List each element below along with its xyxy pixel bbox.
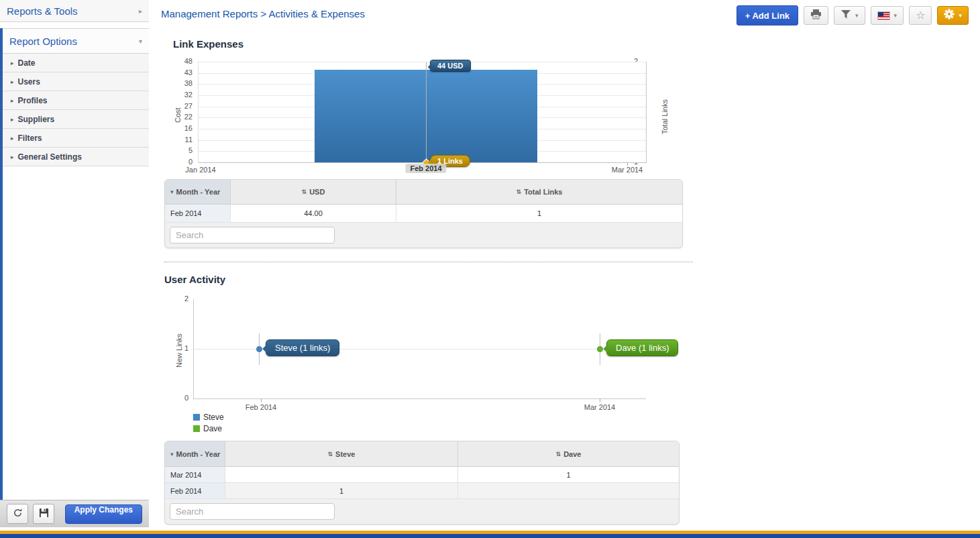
gear-icon [944, 9, 955, 22]
caret-right-icon: ▸ [11, 60, 14, 66]
column-header-month-year[interactable]: ▾ Month - Year [165, 180, 231, 205]
user-activity-title: User Activity [164, 274, 225, 285]
cell-total-links: 1 [396, 205, 682, 223]
column-header-total-links[interactable]: ⇅ Total Links [396, 180, 682, 205]
sidebar-item-label: Suppliers [18, 115, 55, 124]
caret-right-icon: ▸ [11, 154, 14, 160]
table-row: Feb 2014 44.00 1 [165, 205, 682, 223]
column-header-label: USD [309, 188, 325, 196]
sidebar-item-label: General Settings [18, 152, 82, 162]
sidebar-item-label: Filters [18, 133, 42, 143]
chart-legend: Steve Dave [193, 413, 224, 433]
column-header-month-year[interactable]: ▾ Month - Year [165, 441, 225, 467]
sidebar-item-filters[interactable]: ▸ Filters [3, 129, 149, 148]
y-tick: 16 [164, 124, 193, 132]
breadcrumb-separator: > [260, 8, 266, 19]
sidebar-item-general-settings[interactable]: ▸ General Settings [3, 148, 149, 166]
dave-data-point[interactable] [597, 346, 603, 352]
column-header-steve[interactable]: ⇅ Steve [225, 441, 458, 467]
y-tick: 22 [164, 113, 193, 121]
caret-right-icon: ▸ [139, 7, 142, 15]
caret-right-icon: ▸ [11, 135, 14, 142]
cell-dave: 1 [458, 467, 679, 483]
print-button[interactable] [804, 6, 828, 25]
caret-down-icon: ▾ [959, 12, 962, 19]
x-tick-mar: Mar 2014 [612, 166, 643, 174]
column-header-label: Steve [335, 450, 355, 458]
x-tickmark [600, 398, 600, 402]
favorite-button[interactable]: ☆ [909, 6, 932, 25]
sidebar-footer: Apply Changes [0, 500, 149, 527]
column-header-label: Total Links [524, 188, 562, 196]
cell-month-year: Mar 2014 [165, 467, 225, 483]
filter-dropdown-button[interactable]: ▾ [834, 6, 865, 25]
save-button[interactable] [33, 504, 54, 524]
cell-dave [458, 483, 679, 499]
printer-icon [810, 9, 822, 22]
settings-dropdown-button[interactable]: ▾ [937, 6, 969, 25]
search-input[interactable] [170, 503, 335, 520]
y-tick: 27 [164, 102, 193, 110]
cell-steve [225, 467, 458, 483]
breadcrumb-management-reports[interactable]: Management Reports [161, 8, 258, 19]
top-toolbar: + Add Link ▾ ▾ ☆ ▾ [737, 5, 969, 25]
legend-item-dave[interactable]: Dave [193, 424, 224, 433]
refresh-button[interactable] [7, 504, 28, 524]
column-header-dave[interactable]: ⇅ Dave [458, 441, 679, 467]
steve-data-point[interactable] [256, 346, 262, 352]
sidebar: Reports & Tools ▸ Report Options ▾ ▸ Dat… [0, 0, 149, 538]
column-header-usd[interactable]: ⇅ USD [231, 180, 396, 205]
sidebar-item-label: Date [18, 58, 36, 68]
legend-item-steve[interactable]: Steve [193, 413, 224, 422]
cell-month-year: Feb 2014 [165, 205, 231, 223]
section-separator [164, 262, 693, 262]
x-tick-jan: Jan 2014 [185, 166, 215, 174]
search-input[interactable] [170, 227, 335, 244]
report-options-accordion: Report Options ▾ ▸ Date ▸ Users ▸ Profil… [3, 28, 149, 166]
caret-right-icon: ▸ [11, 116, 14, 123]
legend-label: Steve [203, 413, 224, 422]
table-row: Feb 2014 1 [165, 483, 679, 499]
sort-both-icon: ⇅ [556, 451, 561, 458]
sort-desc-icon: ▾ [170, 189, 174, 195]
legend-label: Dave [203, 424, 222, 433]
column-header-label: Month - Year [176, 188, 221, 196]
sort-desc-icon: ▾ [170, 451, 174, 458]
refresh-icon [13, 508, 23, 521]
report-options-header[interactable]: Report Options ▾ [3, 29, 149, 54]
star-icon: ☆ [916, 10, 925, 21]
apply-changes-button[interactable]: Apply Changes [65, 504, 142, 524]
breadcrumb: Management Reports > Activities & Expens… [161, 8, 365, 19]
add-link-button[interactable]: + Add Link [737, 5, 798, 25]
sidebar-item-profiles[interactable]: ▸ Profiles [3, 91, 149, 110]
language-dropdown-button[interactable]: ▾ [871, 6, 904, 25]
us-flag-icon [877, 11, 890, 20]
link-expenses-title: Link Expenses [173, 38, 243, 50]
dave-tooltip: Dave (1 links) [606, 339, 678, 356]
steve-tooltip: Steve (1 links) [266, 339, 339, 356]
column-header-label: Dave [563, 450, 581, 458]
cell-steve: 1 [225, 483, 458, 499]
link-expenses-chart: Cost Total Links 48 43 38 32 27 22 16 11… [164, 56, 694, 180]
reports-tools-label: Reports & Tools [7, 5, 78, 17]
y-tick: 1 [164, 344, 188, 352]
table-search-row [165, 499, 679, 524]
y-tick: 11 [164, 136, 193, 144]
x-tick-mar: Mar 2014 [584, 403, 615, 411]
caret-right-icon: ▸ [11, 97, 14, 104]
sort-both-icon: ⇅ [328, 451, 333, 458]
table-row: Mar 2014 1 [165, 467, 679, 483]
sidebar-item-users[interactable]: ▸ Users [3, 72, 149, 91]
plot-area: Steve (1 links) Dave (1 links) Feb 2014 … [193, 299, 646, 399]
x-tickmark [627, 162, 628, 166]
caret-down-icon: ▾ [139, 38, 142, 45]
sidebar-item-suppliers[interactable]: ▸ Suppliers [3, 110, 149, 129]
sidebar-header-reports-tools[interactable]: Reports & Tools ▸ [0, 0, 149, 22]
cell-month-year: Feb 2014 [165, 483, 225, 499]
y-tick: 38 [164, 79, 193, 87]
table-header-row: ▾ Month - Year ⇅ Steve ⇅ Dave [165, 441, 679, 467]
y-tick: 5 [164, 146, 193, 154]
x-tick-feb: Feb 2014 [246, 403, 276, 411]
table-header-row: ▾ Month - Year ⇅ USD ⇅ Total Links [165, 180, 682, 205]
sidebar-item-date[interactable]: ▸ Date [3, 54, 149, 72]
